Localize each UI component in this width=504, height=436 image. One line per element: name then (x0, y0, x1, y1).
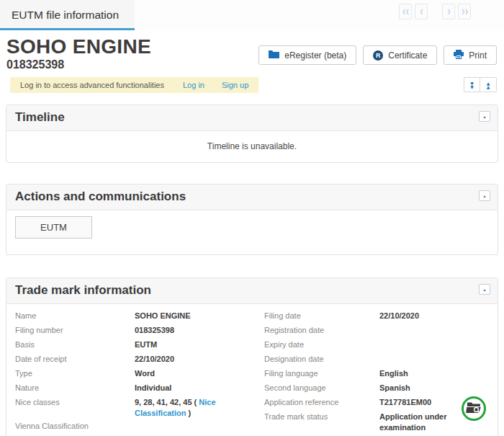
trademark-body: Name SOHO ENGINE Filing number 018325398… (6, 304, 498, 436)
trademark-header: Trade mark information ▴ (6, 278, 498, 304)
expand-all-button[interactable]: ▲ ▲ (480, 77, 497, 92)
registered-trademark-icon: R (373, 50, 383, 61)
field-nature: Nature Individual (15, 381, 264, 395)
print-button-label: Print (469, 50, 487, 61)
field-filing-number: Filing number 018325398 (15, 323, 264, 337)
timeline-collapse-button[interactable]: ▴ (479, 111, 490, 122)
first-record-button[interactable]: ❮❮ (399, 4, 412, 19)
collapse-icon: ▴ (483, 114, 485, 119)
printer-icon (454, 50, 464, 61)
last-record-button[interactable]: ❯❯ (458, 4, 471, 19)
actions-header: Actions and communications ▴ (6, 184, 498, 210)
previous-record-button[interactable]: ❮ (415, 4, 428, 19)
open-folder-search-icon (466, 401, 482, 417)
notice-row: Log in to access advanced functionalitie… (10, 77, 497, 93)
timeline-section: Timeline ▴ Timeline is unavailable. (6, 104, 498, 163)
field-type: Type Word (15, 366, 264, 381)
record-navigation: ❮❮ ❮ ❯ ❯❯ (399, 4, 471, 19)
field-registration-date: Registration date (264, 323, 498, 337)
header-buttons: eRegister (beta) R Certificate Print (258, 45, 497, 71)
print-button[interactable]: Print (444, 45, 497, 65)
actions-title: Actions and communications (15, 190, 489, 204)
log-in-link[interactable]: Log in (183, 81, 204, 89)
field-filing-date: Filing date 22/10/2020 (264, 308, 498, 323)
title-block: SOHO ENGINE 018325398 (6, 36, 151, 71)
trademark-collapse-button[interactable]: ▴ (479, 284, 490, 295)
chevron-left-icon: ❮ (420, 9, 423, 14)
timeline-body: Timeline is unavailable. (6, 131, 498, 162)
collapse-icon: ▴ (483, 193, 485, 198)
actions-body: EUTM (6, 210, 498, 254)
field-second-language: Second language Spanish (264, 381, 498, 395)
page-title: SOHO ENGINE (6, 36, 151, 58)
field-expiry-date: Expiry date (264, 337, 498, 352)
tab-eutm-file-information[interactable]: EUTM file information (0, 0, 135, 30)
trade-mark-status-value: Application under examination (379, 411, 469, 433)
collapse-expand-all: ▼ ▼ ▲ ▲ (464, 77, 497, 92)
timeline-unavailable-message: Timeline is unavailable. (207, 141, 297, 151)
field-name: Name SOHO ENGINE (15, 308, 264, 323)
eregister-button[interactable]: eRegister (beta) (258, 45, 356, 65)
eregister-button-label: eRegister (beta) (284, 50, 346, 61)
login-notice: Log in to access advanced functionalitie… (10, 77, 258, 93)
open-dossier-button[interactable] (462, 396, 486, 421)
timeline-header: Timeline ▴ (6, 105, 498, 131)
actions-collapse-button[interactable]: ▴ (479, 190, 490, 201)
trademark-title: Trade mark information (15, 283, 489, 298)
timeline-title: Timeline (15, 110, 489, 125)
login-notice-text: Log in to access advanced functionalitie… (20, 81, 164, 89)
field-basis: Basis EUTM (15, 337, 264, 352)
actions-section: Actions and communications ▴ EUTM (6, 184, 498, 255)
sign-up-link[interactable]: Sign up (222, 81, 248, 89)
collapse-icon: ▴ (483, 287, 485, 292)
first-page-icon: ❮❮ (402, 9, 409, 14)
field-vienna-classification: Vienna Classification (15, 419, 264, 433)
eutm-tab-button[interactable]: EUTM (15, 216, 92, 239)
filing-number-heading: 018325398 (6, 58, 151, 71)
last-page-icon: ❯❯ (461, 9, 468, 14)
field-designation-date: Designation date (264, 352, 498, 366)
trademark-section: Trade mark information ▴ Name SOHO ENGIN… (6, 277, 498, 436)
top-tab-bar: EUTM file information ❮❮ ❮ ❯ ❯❯ (0, 0, 504, 30)
trademark-right-column: Filing date 22/10/2020 Registration date… (264, 308, 498, 436)
page-header: SOHO ENGINE 018325398 eRegister (beta) R… (0, 30, 504, 71)
folder-icon (269, 50, 279, 61)
collapse-all-button[interactable]: ▼ ▼ (464, 77, 480, 92)
field-nice-classes: Nice classes 9, 28, 41, 42, 45 ( Nice Cl… (15, 395, 264, 419)
field-filing-language: Filing language English (264, 366, 498, 381)
next-record-button[interactable]: ❯ (442, 4, 455, 19)
chevron-right-icon: ❯ (447, 9, 451, 14)
certificate-button[interactable]: R Certificate (363, 45, 437, 65)
certificate-button-label: Certificate (388, 50, 427, 61)
field-date-of-receipt: Date of receipt 22/10/2020 (15, 352, 264, 366)
trademark-left-column: Name SOHO ENGINE Filing number 018325398… (15, 308, 264, 436)
